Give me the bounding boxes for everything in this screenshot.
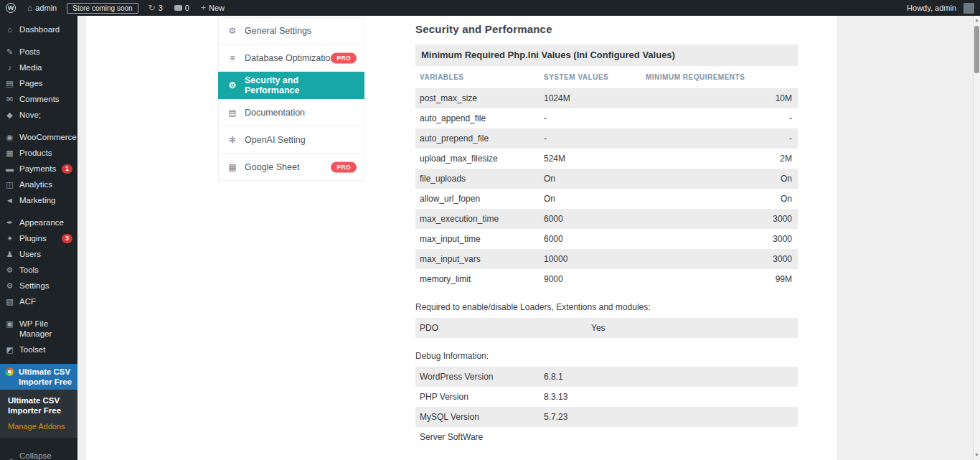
pro-badge: PRO [331,52,357,63]
sidebar-item-label: Plugins [19,233,57,243]
system-value: 6000 [544,214,646,224]
column-variables: VARIABLES [420,73,544,81]
settings-panel: Security and Performance Minimum Require… [415,17,798,447]
sidebar-item-label: WooCommerce [19,132,77,142]
variable-name: auto_append_file [420,113,544,123]
settings-nav-item[interactable]: ▦ Google Sheet PRO [218,154,364,181]
pro-badge: PRO [331,161,357,172]
scroll-up-arrow[interactable]: ▲ [974,17,980,24]
posts-icon: ✎ [5,47,14,57]
tools-icon: ⚙ [5,265,14,275]
sidebar-item[interactable]: Ultimate CSV Importer Free [0,364,77,390]
scrollbar-thumb[interactable] [974,26,979,73]
sidebar-item[interactable]: ✎ Posts [0,44,77,60]
sidebar-item[interactable]: ⌂ Dashboard [0,22,77,37]
sidebar-item[interactable]: ◉ WooCommerce [0,129,77,145]
settings-nav-item[interactable]: ⚙ General Settings [218,17,364,44]
woocommerce-icon: ◉ [5,132,14,142]
sidebar-item[interactable]: ⚙ Settings [0,278,77,294]
comments-indicator[interactable]: 0 [169,0,195,16]
phpini-row: memory_limit 9000 99M [415,269,798,289]
phpini-row: auto_append_file - - [415,108,798,128]
admin-bar-right: Howdy, admin [901,0,980,16]
wordpress-menu[interactable]: W [0,0,22,16]
minimum-requirement: 10M [646,93,792,103]
sidebar-item[interactable]: ✒ Appearance [0,215,77,230]
sidebar-item[interactable]: ♟ Users [0,246,77,262]
debug-row: MySQL Version 5.7.23 [415,407,798,427]
minimum-requirement: 3000 [646,234,792,244]
plugins-icon: ✦ [5,233,14,243]
settings-icon: ⚙ [5,281,14,291]
phpini-row: max_execution_time 6000 3000 [415,209,798,229]
comments-count: 0 [185,4,189,12]
system-value: 524M [544,154,646,164]
new-content-menu[interactable]: + New [195,0,230,16]
collapse-menu-label: Collapse Menu [19,451,72,460]
phpini-row: auto_prepend_file - - [415,128,798,149]
scroll-down-arrow[interactable]: ▼ [974,451,980,459]
sidebar-item[interactable]: ▬ Payments 1 [0,161,77,177]
sidebar-item[interactable]: ▦ Products [0,145,77,161]
sidebar-item[interactable]: ✦ Plugins 3 [0,230,77,246]
settings-nav-item[interactable]: ▤ Documentation [218,99,364,126]
loader-value: Yes [591,323,792,333]
sidebar-item-label: WP File Manager [19,319,72,339]
pages-icon: ▤ [5,78,14,88]
settings-nav-label: Documentation [245,108,305,118]
sidebar-item[interactable]: ▤ Pages [0,75,77,91]
settings-nav-label: Google Sheet [245,162,299,172]
loader-row: PDO Yes [415,318,798,338]
minimum-requirement: 2M [646,154,792,164]
sidebar-item[interactable]: ▧ ACF [0,294,77,309]
site-name-menu[interactable]: ⌂ admin [22,0,62,16]
phpini-row: max_input_time 6000 3000 [415,229,798,249]
document-icon: ▤ [227,108,237,118]
page-scrollbar[interactable]: ▲ ▼ [973,16,980,460]
media-icon: ♪ [5,62,14,72]
submenu-item-manage-addons[interactable]: Manage Addons [8,422,72,431]
collapse-menu-button[interactable]: ◀ Collapse Menu [0,448,77,460]
products-icon: ▦ [5,148,14,158]
settings-nav-item[interactable]: ≡ Database Optimization PRO [218,44,364,72]
sidebar-item[interactable]: ◆ Nove; [0,107,77,123]
debug-value: 6.8.1 [544,372,646,382]
settings-nav-label: General Settings [245,26,311,36]
update-icon: ↻ [149,4,156,12]
phpini-table: post_max_size 1024M 10M auto_append_file… [415,88,798,289]
sidebar-item[interactable]: ✉ Comments [0,91,77,107]
system-value: - [544,113,646,123]
sidebar-item[interactable]: ◫ Analytics [0,177,77,192]
variable-name: auto_prepend_file [420,133,544,144]
comment-bubble-icon [174,5,182,11]
sidebar-item[interactable]: ⚙ Tools [0,262,77,278]
dashboard-icon: ⌂ [5,24,14,34]
updates-count: 3 [159,4,163,12]
system-value: - [544,133,646,144]
sidebar-item[interactable]: ▣ WP File Manager [0,316,77,342]
loader-name: PDO [420,323,591,333]
debug-table: WordPress Version 6.8.1 PHP Version 8.3.… [415,367,798,447]
phpini-row: upload_max_filesize 524M 2M [415,149,798,169]
submenu-item-csv-importer[interactable]: Ultimate CSV Importer Free [8,395,72,416]
plugin-settings-card: ⚙ General Settings ≡ Database Optimizati… [86,6,837,460]
settings-nav-item[interactable]: ✻ OpenAI Setting [218,126,364,154]
sidebar-item[interactable]: ◄ Marketing [0,192,77,208]
admin-menu: ⌂ Dashboard ✎ Posts ♪ Media ▤ Pages [0,16,77,390]
updates-indicator[interactable]: ↻ 3 [143,0,169,16]
security-icon: ⚙ [227,80,237,90]
comments-icon: ✉ [5,94,14,104]
toolset-icon: ◩ [5,344,14,355]
sidebar-item-label: Payments [19,164,57,174]
settings-nav-label: OpenAI Setting [245,135,306,145]
howdy-label: Howdy, admin [907,4,956,12]
sidebar-item-label: Pages [19,78,72,88]
settings-nav-item[interactable]: ⚙ Security and Performance [218,72,364,99]
sidebar-item-label: Appearance [19,217,72,227]
howdy-menu[interactable]: Howdy, admin [901,0,980,16]
sidebar-item[interactable]: ◩ Toolset [0,342,77,357]
sidebar-item[interactable]: ♪ Media [0,60,77,75]
site-name-label: admin [35,4,57,12]
minimum-requirement: 99M [646,274,792,284]
variable-name: allow_url_fopen [420,194,544,204]
